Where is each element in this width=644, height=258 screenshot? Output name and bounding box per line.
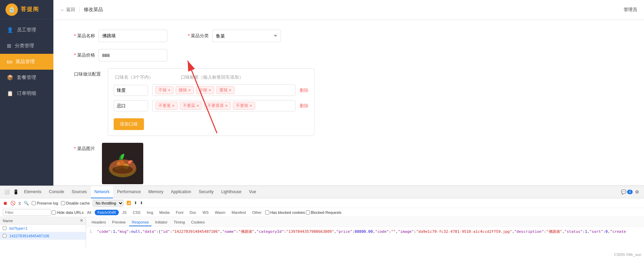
flavor-tag: 不要香菜✕ <box>204 102 231 110</box>
add-flavor-button[interactable]: 添加口味 <box>114 118 144 130</box>
request-checkbox[interactable] <box>3 234 7 238</box>
devtools-panel: ⬜ 📱 Elements Console Sources Network Per… <box>0 186 644 258</box>
sidebar-label-category: 分类管理 <box>15 43 34 49</box>
tab-performance[interactable]: Performance <box>114 186 144 198</box>
hide-data-urls-checkbox[interactable]: Hide data URLs <box>52 210 84 215</box>
settings-icon[interactable]: ⚙ <box>633 188 641 196</box>
flavor-tags-0[interactable]: 不辣✕ 微辣✕ 中辣✕ 重辣✕ <box>152 85 295 96</box>
dish-name-field: 菜品名称 <box>74 30 167 42</box>
col-close[interactable]: ✕ <box>80 218 83 223</box>
tab-security[interactable]: Security <box>195 186 217 198</box>
sidebar-item-staff[interactable]: 👤 员工管理 <box>0 22 53 38</box>
filter-icon[interactable]: ⧖ <box>18 201 21 206</box>
filter-font[interactable]: Font <box>173 210 186 215</box>
form-row-2: 菜品价格 <box>74 49 623 61</box>
back-arrow-icon: ← <box>60 7 65 12</box>
tab-application[interactable]: Application <box>167 186 195 198</box>
order-icon: 📋 <box>7 90 13 97</box>
sidebar-item-dish[interactable]: 🍽 菜品管理 <box>0 54 53 70</box>
filter-img[interactable]: Img <box>144 210 156 215</box>
dish-icon: 🍽 <box>7 59 12 65</box>
has-blocked-cookies-checkbox[interactable]: Has blocked cookies <box>265 210 305 215</box>
tag-remove-icon[interactable]: ✕ <box>229 88 231 92</box>
tab-network[interactable]: Network <box>91 186 113 198</box>
tag-remove-icon[interactable]: ✕ <box>168 88 170 92</box>
tag-remove-icon[interactable]: ✕ <box>172 104 175 108</box>
sub-tab-cookies[interactable]: Cookies <box>188 219 208 226</box>
tag-remove-icon[interactable]: ✕ <box>196 104 199 108</box>
filter-manifest[interactable]: Manifest <box>229 210 249 215</box>
request-name-1: 1422783914845487106 <box>9 234 49 238</box>
filter-doc[interactable]: Doc <box>187 210 199 215</box>
disable-cache-checkbox[interactable]: Disable cache <box>61 201 90 205</box>
back-button[interactable]: ← 返回 <box>60 7 75 13</box>
sub-tab-preview[interactable]: Preview <box>110 219 128 226</box>
sidebar-label-order: 订单明细 <box>17 90 36 97</box>
category-label: 菜品分类 <box>188 33 209 39</box>
record-button[interactable]: ⏺ <box>3 200 8 206</box>
filter-css[interactable]: CSS <box>130 210 144 215</box>
dish-name-input[interactable] <box>98 30 167 42</box>
filter-input[interactable] <box>3 209 51 216</box>
sidebar-menu: 👤 员工管理 ⊞ 分类管理 🍽 菜品管理 📦 套餐管理 📋 订单明细 <box>0 22 53 101</box>
tab-memory[interactable]: Memory <box>145 186 167 198</box>
filter-js[interactable]: JS <box>120 210 129 215</box>
request-checkbox[interactable] <box>3 226 7 230</box>
preserve-log-checkbox[interactable]: Preserve log <box>32 201 58 205</box>
flavor-tag: 不辣✕ <box>155 86 174 94</box>
messages-icon[interactable]: 💬4 <box>623 188 631 196</box>
sidebar-item-combo[interactable]: 📦 套餐管理 <box>0 70 53 86</box>
flavor-row-1: 不要葱✕ 不要蒜✕ 不要香菜✕ 不要辣✕ 删除 <box>114 100 309 111</box>
filter-wasm[interactable]: Wasm <box>212 210 228 215</box>
tag-remove-icon[interactable]: ✕ <box>208 88 211 92</box>
back-label: 返回 <box>66 7 75 13</box>
throttle-select[interactable]: No throttling <box>93 200 124 207</box>
tab-vue[interactable]: Vue <box>246 186 260 198</box>
sub-tab-initiator[interactable]: Initiator <box>152 219 170 226</box>
sidebar-item-category[interactable]: ⊞ 分类管理 <box>0 38 53 54</box>
tab-lighthouse[interactable]: Lighthouse <box>218 186 245 198</box>
tab-elements[interactable]: Elements <box>21 186 45 198</box>
form-row-1: 菜品名称 菜品分类 鲁菜 <box>74 30 623 42</box>
tab-sources[interactable]: Sources <box>68 186 90 198</box>
filter-fetch-xhr[interactable]: Fetch/XHR <box>95 210 119 215</box>
tab-console[interactable]: Console <box>45 186 67 198</box>
sub-tab-timing[interactable]: Timing <box>171 219 188 226</box>
tag-remove-icon[interactable]: ✕ <box>188 88 191 92</box>
sidebar-item-order[interactable]: 📋 订单明细 <box>0 86 53 101</box>
response-json-text: "code":1,"msg":null,"data":{"id":"142278… <box>97 229 626 234</box>
wifi-icon: 📶 <box>126 201 131 205</box>
blocked-requests-checkbox[interactable]: Blocked Requests <box>306 210 342 215</box>
inspect-icon[interactable]: ⬜ <box>3 188 11 196</box>
delete-flavor-button-1[interactable]: 删除 <box>300 103 309 109</box>
stop-button[interactable]: 🚫 <box>10 201 15 206</box>
list-item[interactable]: list?type=1 <box>0 225 86 232</box>
flavor-name-input-1[interactable] <box>114 100 148 111</box>
dish-name-label: 菜品名称 <box>74 33 95 39</box>
search-icon[interactable]: 🔍 <box>24 201 29 206</box>
flavor-col-tags: 口味标签（输入标签回车添加） <box>181 74 243 80</box>
flavor-name-input-0[interactable] <box>114 85 148 96</box>
price-input[interactable] <box>98 49 167 61</box>
tag-remove-icon[interactable]: ✕ <box>225 104 228 108</box>
main-content: 菜品名称 菜品分类 鲁菜 菜品价格 口味做法配置 口味名（3个字内） 口味标签（… <box>53 19 644 186</box>
top-header: ← 返回 修改菜品 管理员 <box>53 0 644 19</box>
filter-all[interactable]: All <box>84 210 94 215</box>
filter-media[interactable]: Media <box>157 210 173 215</box>
image-section: * 菜品图片 <box>74 143 623 184</box>
filter-other[interactable]: Other <box>249 210 264 215</box>
flavor-field-wrapper: 口味做法配置 口味名（3个字内） 口味标签（输入标签回车添加） 不辣✕ 微辣✕ … <box>74 68 623 136</box>
device-icon[interactable]: 📱 <box>12 188 20 196</box>
category-select[interactable]: 鲁菜 <box>212 30 281 42</box>
flavor-tags-1[interactable]: 不要葱✕ 不要蒜✕ 不要香菜✕ 不要辣✕ <box>152 100 295 111</box>
sub-tab-response[interactable]: Response <box>129 219 152 226</box>
list-item[interactable]: 1422783914845487106 <box>0 232 86 240</box>
delete-flavor-button-0[interactable]: 删除 <box>300 87 309 93</box>
sidebar-label-combo: 套餐管理 <box>17 75 36 81</box>
sub-tab-headers[interactable]: Headers <box>89 219 109 226</box>
tag-remove-icon[interactable]: ✕ <box>249 104 252 108</box>
logo-text: 菩提阁 <box>21 6 39 13</box>
svg-point-6 <box>112 166 133 174</box>
dish-image[interactable] <box>102 143 143 184</box>
filter-ws[interactable]: WS <box>200 210 211 215</box>
